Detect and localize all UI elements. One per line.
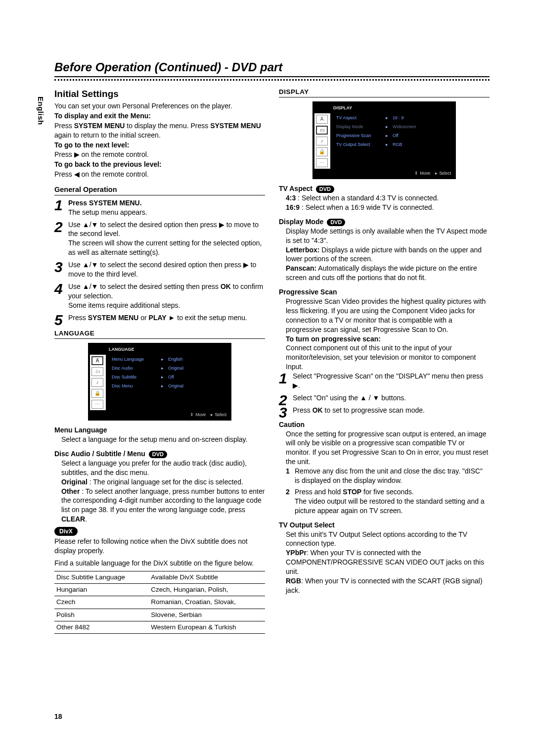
dotted-rule bbox=[54, 79, 490, 81]
rgb-line: RGB: When your TV is connected with the … bbox=[279, 576, 490, 595]
language-section-heading: LANGUAGE bbox=[54, 329, 265, 338]
initial-settings-heading: Initial Settings bbox=[54, 88, 265, 100]
step-2: 2 Use ▲/▼ to select the desired option t… bbox=[54, 220, 265, 258]
intro-text: You can set your own Personal Preference… bbox=[54, 101, 265, 111]
panscan-line: Panscan: Automatically displays the wide… bbox=[279, 264, 490, 283]
audio-tab-icon: ♪ bbox=[91, 378, 103, 387]
dvd-pill-icon: DVD bbox=[316, 186, 334, 193]
divx-text-2: Find a suitable language for the DivX su… bbox=[54, 559, 265, 568]
dvd-pill-icon: DVD bbox=[327, 219, 345, 226]
left-column: Initial Settings You can set your own Pe… bbox=[54, 88, 265, 634]
next-level-text: Press ▶ on the remote control. bbox=[54, 150, 265, 159]
turn-on-ps-text: Connect component out of this unit to th… bbox=[279, 343, 490, 372]
table-row: CzechRomanian, Croatian, Slovak, bbox=[54, 596, 265, 609]
osd-language-footer: ⇕Move ▸Select bbox=[90, 410, 229, 419]
progressive-scan-text: Progressive Scan Video provides the high… bbox=[279, 297, 490, 334]
menu-language-heading: Menu Language bbox=[54, 425, 265, 435]
tv-aspect-heading: TV Aspect DVD bbox=[279, 184, 490, 193]
turn-on-ps-heading: To turn on progressive scan: bbox=[279, 334, 490, 344]
osd-language-title: LANGUAGE bbox=[90, 345, 229, 355]
tv-output-select-heading: TV Output Select bbox=[279, 520, 490, 530]
lang-tab-icon: A bbox=[91, 356, 103, 365]
display-exit-heading: To display and exit the Menu: bbox=[54, 112, 151, 120]
ps-step-3: 3 Press OK to set to progressive scan mo… bbox=[279, 406, 490, 415]
step-3: 3 Use ▲/▼ to select the second desired o… bbox=[54, 260, 265, 279]
tv-output-select-text: Set this unit's TV Output Select options… bbox=[279, 530, 490, 549]
step-1: 1 Press SYSTEM MENU. The setup menu appe… bbox=[54, 198, 265, 217]
osd-sidebar: A ▭ ♪ 🔒 ⋯ bbox=[90, 355, 106, 410]
table-row: Other 8482Western European & Turkish bbox=[54, 621, 265, 633]
next-level-heading: To go to the next level: bbox=[54, 141, 129, 149]
caution-text: Once the setting for progressive scan ou… bbox=[279, 429, 490, 467]
dvd-pill-icon: DVD bbox=[149, 451, 167, 458]
others-tab-icon: ⋯ bbox=[91, 400, 103, 409]
ypbpr-line: YPbPr: When your TV is connected with th… bbox=[279, 548, 490, 576]
general-operation-steps: 1 Press SYSTEM MENU. The setup menu appe… bbox=[54, 198, 265, 323]
table-row: PolishSlovene, Serbian bbox=[54, 609, 265, 621]
osd-display-title: DISPLAY bbox=[314, 103, 454, 113]
osd-display-rows: TV Aspect▸16 : 9 Display Mode▸Widescreen… bbox=[330, 113, 454, 169]
caution-heading: Caution bbox=[279, 420, 490, 429]
caution-step-1: 1Remove any disc from the unit and close… bbox=[286, 467, 490, 485]
display-tab-icon: ▭ bbox=[316, 126, 328, 135]
prev-level-text: Press ◀ on the remote control. bbox=[54, 170, 265, 179]
ps-step-2: 2Select "On" using the ▲ / ▼ buttons. bbox=[279, 393, 490, 403]
page-number: 18 bbox=[54, 712, 62, 721]
letterbox-line: Letterbox: Displays a wide picture with … bbox=[279, 245, 490, 264]
display-mode-text: Display Mode settings is only available … bbox=[279, 227, 490, 245]
disc-audio-subtitle-menu-heading: Disc Audio / Subtitle / Menu DVD bbox=[54, 449, 265, 459]
tv-aspect-43: 4:3 : Select when a standard 4:3 TV is c… bbox=[279, 193, 490, 203]
step-4: 4 Use ▲/▼ to select the desired setting … bbox=[54, 282, 265, 310]
lock-tab-icon: 🔒 bbox=[316, 147, 328, 156]
menu-language-text: Select a language for the setup menu and… bbox=[54, 435, 265, 444]
general-operation-heading: General Operation bbox=[54, 185, 265, 195]
prev-level-heading: To go back to the previous level: bbox=[54, 160, 162, 168]
dasm-text: Select a language you prefer for the aud… bbox=[54, 459, 265, 477]
original-line: Original : The original language set for… bbox=[54, 477, 265, 487]
table-header-1: Disc Subtitle Language bbox=[54, 571, 149, 584]
osd-language-rows: Menu Language▸English Disc Audio▸Origina… bbox=[106, 355, 229, 410]
step-5: 5 Press SYSTEM MENU or PLAY ► to exit th… bbox=[54, 313, 265, 323]
table-header-row: Disc Subtitle Language Available DivX Su… bbox=[54, 571, 265, 584]
display-section-heading: DISPLAY bbox=[279, 88, 490, 97]
tv-aspect-169: 16:9 : Select when a 16:9 wide TV is con… bbox=[279, 203, 490, 212]
initial-settings-intro: You can set your own Personal Preference… bbox=[54, 101, 265, 179]
osd-language-menu: LANGUAGE A ▭ ♪ 🔒 ⋯ Menu Language▸English… bbox=[88, 343, 231, 421]
page-content: Before Operation (Continued) - DVD part … bbox=[0, 0, 534, 663]
table-header-2: Available DivX Subtitle bbox=[149, 571, 265, 584]
progressive-scan-steps: 1Select "Progressive Scan" on the "DISPL… bbox=[279, 372, 490, 415]
lock-tab-icon: 🔒 bbox=[91, 389, 103, 398]
audio-tab-icon: ♪ bbox=[316, 137, 328, 145]
caution-step-2: 2 Press and hold STOP for five seconds. … bbox=[286, 487, 490, 516]
ps-step-1: 1Select "Progressive Scan" on the "DISPL… bbox=[279, 372, 490, 390]
divx-text-1: Please refer to following notice when th… bbox=[54, 537, 265, 556]
display-mode-heading: Display Mode DVD bbox=[279, 217, 490, 227]
caution-steps: 1Remove any disc from the unit and close… bbox=[279, 467, 490, 515]
divx-pill-icon: DivX bbox=[54, 527, 78, 536]
language-tab: English bbox=[36, 96, 45, 125]
other-line: Other : To select another language, pres… bbox=[54, 487, 265, 524]
osd-display-menu: DISPLAY A ▭ ♪ 🔒 ⋯ TV Aspect▸16 : 9 Displ… bbox=[312, 101, 456, 180]
display-exit-text: Press SYSTEM MENU to display the menu. P… bbox=[54, 121, 265, 140]
page-title: Before Operation (Continued) - DVD part bbox=[54, 59, 490, 77]
lang-tab-icon: A bbox=[316, 115, 328, 124]
right-column: DISPLAY DISPLAY A ▭ ♪ 🔒 ⋯ TV Aspect▸16 :… bbox=[279, 88, 490, 634]
others-tab-icon: ⋯ bbox=[316, 158, 328, 167]
progressive-scan-heading: Progressive Scan bbox=[279, 287, 490, 297]
osd-sidebar: A ▭ ♪ 🔒 ⋯ bbox=[314, 113, 330, 169]
osd-display-footer: ⇕Move ▸Select bbox=[314, 169, 454, 177]
table-row: HungarianCzech, Hungarian, Polish, bbox=[54, 584, 265, 596]
display-tab-icon: ▭ bbox=[91, 367, 103, 376]
divx-subtitle-table: Disc Subtitle Language Available DivX Su… bbox=[54, 571, 265, 634]
